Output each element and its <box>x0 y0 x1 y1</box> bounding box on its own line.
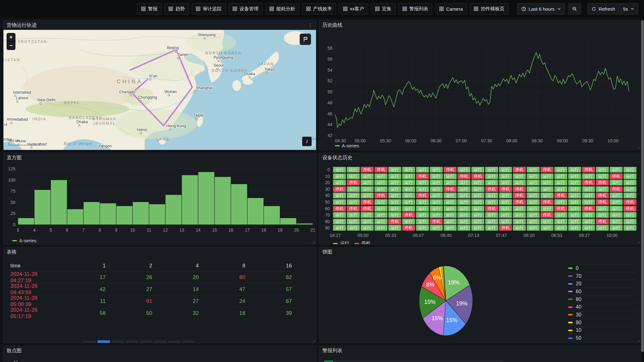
status-cell[interactable]: 运行 <box>375 173 387 179</box>
status-cell[interactable]: 运行 <box>333 219 346 224</box>
histogram-bar[interactable] <box>231 184 247 225</box>
table-row[interactable]: 2024-11-28 04:43:594227144757 <box>10 283 292 295</box>
refresh-button[interactable]: Refresh <box>587 3 619 14</box>
status-cell[interactable]: 停机 <box>610 186 623 192</box>
status-cell[interactable]: 停机 <box>513 193 526 198</box>
histogram-bar[interactable] <box>247 198 264 225</box>
status-cell[interactable]: 运行 <box>361 219 374 224</box>
status-cell[interactable]: 运行 <box>624 212 636 218</box>
status-cell[interactable]: 运行 <box>513 225 526 231</box>
status-cell[interactable]: 运行 <box>541 186 553 192</box>
status-cell[interactable]: 停机 <box>333 186 346 192</box>
status-cell[interactable]: 运行 <box>388 199 401 205</box>
status-cell[interactable]: 运行 <box>568 206 581 211</box>
histogram-bar[interactable] <box>100 203 116 225</box>
status-cell[interactable]: 停机 <box>596 199 609 205</box>
status-cell[interactable]: 停机 <box>513 199 526 205</box>
status-cell[interactable]: 运行 <box>610 219 623 224</box>
pagination-page-4[interactable]: 4 <box>140 340 153 343</box>
status-cell[interactable]: 运行 <box>402 206 415 211</box>
status-cell[interactable]: 运行 <box>568 219 581 224</box>
status-cell[interactable]: 运行 <box>430 186 443 192</box>
status-cell[interactable]: 运行 <box>333 199 346 205</box>
status-cell[interactable]: 运行 <box>485 180 498 185</box>
map-zoom-out-button[interactable]: − <box>7 41 15 50</box>
status-cell[interactable]: 运行 <box>513 212 526 218</box>
status-cell[interactable]: 运行 <box>458 193 470 198</box>
status-cell[interactable]: 停机 <box>444 186 457 192</box>
histogram-bar[interactable] <box>297 223 313 225</box>
status-cell[interactable]: 运行 <box>527 173 540 179</box>
status-cell[interactable]: 运行 <box>527 212 540 218</box>
status-cell[interactable]: 运行 <box>444 199 457 205</box>
nav-link-设备管理[interactable]: 设备管理 <box>229 3 263 14</box>
status-cell[interactable]: 运行 <box>430 193 443 198</box>
status-cell[interactable]: 运行 <box>610 225 623 231</box>
status-cell[interactable]: 停机 <box>582 206 595 211</box>
status-cell[interactable]: 停机 <box>444 167 457 173</box>
status-cell[interactable]: 运行 <box>444 180 457 185</box>
status-cell[interactable]: 运行 <box>527 225 540 231</box>
status-cell[interactable]: 运行 <box>471 219 484 224</box>
status-cell[interactable]: 运行 <box>554 167 567 173</box>
status-cell[interactable]: 停机 <box>361 206 374 211</box>
status-cell[interactable]: 运行 <box>333 173 346 179</box>
status-cell[interactable]: 运行 <box>375 199 387 205</box>
status-cell[interactable]: 运行 <box>568 173 581 179</box>
status-cell[interactable]: 运行 <box>568 225 581 231</box>
histogram-chart[interactable]: 0255075100125345678910111213141516171819… <box>3 162 316 237</box>
histogram-bar[interactable] <box>280 218 297 225</box>
status-cell[interactable]: 运行 <box>444 212 457 218</box>
status-cell[interactable]: 运行 <box>568 186 581 192</box>
status-cell[interactable]: 运行 <box>388 186 401 192</box>
nav-link-趋势[interactable]: 趋势 <box>164 3 189 14</box>
status-cell[interactable]: 运行 <box>554 219 567 224</box>
status-cell[interactable]: 运行 <box>541 206 553 211</box>
status-cell[interactable]: 运行 <box>430 199 443 205</box>
status-cell[interactable]: 停机 <box>430 219 443 224</box>
status-cell[interactable]: 运行 <box>444 193 457 198</box>
pie-legend-item-10[interactable]: 10 <box>568 326 636 334</box>
status-cell[interactable]: 运行 <box>388 212 401 218</box>
nav-link-能耗分析[interactable]: 能耗分析 <box>265 3 299 14</box>
status-cell[interactable]: 运行 <box>513 173 526 179</box>
status-cell[interactable]: 运行 <box>444 219 457 224</box>
status-cell[interactable]: 运行 <box>554 173 567 179</box>
status-cell[interactable]: 停机 <box>347 206 360 211</box>
status-cell[interactable]: 运行 <box>458 180 470 185</box>
status-cell[interactable]: 停机 <box>554 206 567 211</box>
status-cell[interactable]: 停机 <box>347 180 360 185</box>
status-cell[interactable]: 运行 <box>361 193 374 198</box>
status-cell[interactable]: 运行 <box>375 225 387 231</box>
pagination-prev-button[interactable]: ‹ <box>83 340 96 343</box>
nav-link-警报[interactable]: 警报 <box>137 3 162 14</box>
status-cell[interactable]: 运行 <box>527 206 540 211</box>
status-cell[interactable]: 停机 <box>541 167 553 173</box>
histogram-bar[interactable] <box>198 172 214 225</box>
table-header-time[interactable]: time <box>10 263 59 269</box>
status-cell[interactable]: 运行 <box>416 212 429 218</box>
pagination-page-2[interactable]: 2 <box>112 340 124 343</box>
status-cell[interactable]: 运行 <box>388 206 401 211</box>
status-cell[interactable]: 运行 <box>527 167 540 173</box>
histogram-bar[interactable] <box>67 209 83 225</box>
status-cell[interactable]: 运行 <box>416 186 429 192</box>
status-cell[interactable]: 运行 <box>458 225 470 231</box>
status-cell[interactable]: 运行 <box>596 206 609 211</box>
pie-legend-item-90[interactable]: 90 <box>568 319 636 326</box>
status-cell[interactable]: 运行 <box>568 199 581 205</box>
status-cell[interactable]: 运行 <box>554 180 567 185</box>
histogram-bar[interactable] <box>18 218 34 225</box>
status-cell[interactable]: 停机 <box>361 199 374 205</box>
status-cell[interactable]: 运行 <box>375 212 387 218</box>
status-cell[interactable]: 停机 <box>513 186 526 192</box>
status-cell[interactable]: 运行 <box>375 219 387 224</box>
status-cell[interactable]: 运行 <box>485 199 498 205</box>
status-cell[interactable]: 停机 <box>402 212 415 218</box>
status-cell[interactable]: 运行 <box>499 173 512 179</box>
status-cell[interactable]: 运行 <box>347 173 360 179</box>
status-cell[interactable]: 运行 <box>430 167 443 173</box>
status-cell[interactable]: 运行 <box>375 186 387 192</box>
pie-legend-item-50[interactable]: 50 <box>568 334 636 342</box>
status-cell[interactable]: 运行 <box>458 206 470 211</box>
